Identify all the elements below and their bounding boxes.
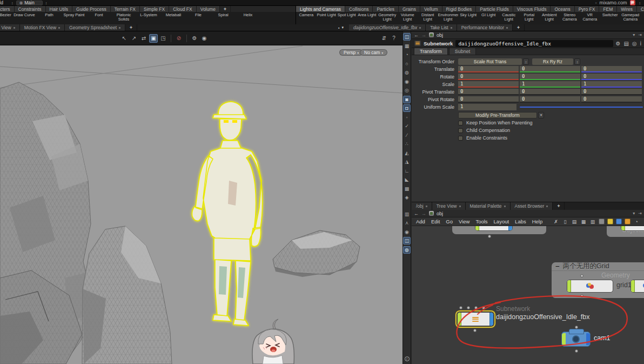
checkbox[interactable]	[458, 121, 463, 125]
param-field-x[interactable]: 0	[458, 74, 519, 80]
param-field-y[interactable]: 1	[520, 81, 580, 88]
shelf-tool[interactable]: Spiral	[211, 13, 236, 24]
node-grid2-partial[interactable]	[630, 280, 644, 293]
shelf-tab[interactable]: Crowds	[637, 6, 644, 12]
pane-tab[interactable]: Performance Monitor	[457, 24, 513, 31]
display-option-icon[interactable]: ◔	[403, 51, 411, 58]
viewport-canvas[interactable]	[0, 45, 403, 364]
node-partial[interactable]	[621, 226, 644, 231]
display-option-icon[interactable]: ◭	[403, 149, 411, 157]
shelf-tab[interactable]: +	[220, 6, 231, 12]
node-grid1[interactable]	[567, 280, 613, 293]
display-option-icon[interactable]: ∕	[403, 131, 411, 139]
shelf-tool[interactable]: VR Camera	[580, 13, 600, 24]
param-field-x[interactable]: 0	[458, 66, 519, 72]
display-option-icon[interactable]: ◮	[403, 158, 411, 166]
display-option-icon[interactable]: ◫	[403, 33, 411, 41]
pane-tab[interactable]: +	[125, 24, 137, 31]
shelf-tab[interactable]: Lights and Cameras	[296, 6, 345, 12]
shelf-tab[interactable]: Cloud FX	[169, 6, 196, 12]
node-input-dot[interactable]	[467, 306, 470, 309]
pane-tab[interactable]: Tree View	[432, 202, 466, 210]
site-label[interactable]: mixamo.com	[599, 0, 627, 5]
shelf-tab[interactable]: Terrain FX	[111, 6, 140, 12]
shelf-tool[interactable]: Spray Paint	[62, 13, 86, 24]
character-model[interactable]	[192, 102, 263, 326]
pin-icon[interactable]: ⇥	[638, 32, 642, 37]
node-camera[interactable]	[561, 332, 591, 347]
param-header-icon[interactable]: ⚙	[616, 41, 621, 47]
layout-selector[interactable]: ⊕ Main	[16, 1, 43, 5]
shelf-tool[interactable]: Caustic Light	[499, 13, 519, 24]
display-option-icon[interactable]: ∟	[403, 167, 411, 175]
display-option-icon[interactable]: ◍	[403, 246, 411, 254]
checkbox[interactable]	[458, 136, 463, 141]
param-field-x[interactable]: 0	[458, 89, 519, 95]
shelf-tool[interactable]: Point Light	[317, 13, 337, 24]
shelf-tool[interactable]: Geometry Light	[377, 13, 398, 24]
param-field-z[interactable]: 0	[581, 89, 642, 95]
shelf-tab[interactable]: Particle Fluids	[476, 6, 513, 12]
shelf-tool[interactable]: L-System	[136, 13, 161, 24]
display-option-icon[interactable]: ◣	[403, 176, 411, 183]
network-toolbar-chip-icon[interactable]	[616, 219, 622, 224]
desktop-stepper[interactable]: ↕	[10, 1, 15, 5]
rotate-order-select[interactable]: Rx Ry Rz	[532, 58, 573, 65]
chevron-down-icon[interactable]: ▾	[538, 112, 544, 118]
network-toolbar-chip-icon[interactable]	[625, 219, 630, 224]
menu-item[interactable]: View	[459, 219, 469, 224]
shelf-tool[interactable]: GI Light	[479, 13, 499, 24]
camera-select-button[interactable]: No cam ▾	[360, 49, 387, 56]
param-header-icon[interactable]: i	[640, 41, 641, 47]
shelf-tool[interactable]: Spot Light	[337, 13, 357, 24]
display-option-icon[interactable]: ▥	[403, 210, 411, 218]
shelf-tab[interactable]: Collisions	[345, 6, 373, 12]
chevron-down-icon[interactable]: ▾	[633, 32, 635, 37]
pane-tab[interactable]: Scene View	[0, 24, 20, 31]
pane-tab[interactable]: Geometry Spreadsheet	[65, 24, 125, 31]
display-option-icon[interactable]: ○	[403, 60, 411, 68]
node-input-dot[interactable]	[474, 306, 478, 309]
collapse-icon[interactable]: −	[555, 264, 560, 269]
shelf-tool[interactable]: Stereo Camera	[560, 13, 580, 24]
param-field-y[interactable]: 0	[520, 66, 580, 72]
menu-item[interactable]: Tools	[475, 219, 487, 224]
viewport-tool-icon[interactable]	[186, 35, 187, 42]
node-subnetwork[interactable]	[457, 312, 494, 326]
network-toolbar-icon[interactable]: ▤	[571, 219, 578, 225]
menu-item[interactable]: Go	[446, 219, 453, 224]
shelf-tool[interactable]: Curve Bezier	[0, 13, 12, 24]
forward-icon[interactable]: →	[421, 32, 426, 38]
param-field-x[interactable]: 0	[458, 96, 519, 103]
param-tab[interactable]: Transform	[414, 48, 448, 55]
shelf-tab[interactable]: Simple FX	[140, 6, 169, 12]
param-field-z[interactable]: 0	[581, 96, 642, 103]
node-output-dot[interactable]	[580, 294, 583, 297]
shelf-tab[interactable]: Grains	[399, 6, 420, 12]
node-input-dot[interactable]	[580, 274, 583, 277]
shelf-tab[interactable]: FEM	[599, 6, 617, 12]
param-field-y[interactable]: 0	[520, 74, 580, 80]
viewport-tool-icon[interactable]: ◳	[159, 34, 167, 43]
menu-item[interactable]: Add	[416, 219, 425, 224]
param-field-z[interactable]: 0	[581, 74, 642, 80]
viewport-help-icon[interactable]: ?	[390, 34, 398, 43]
uniform-scale-field[interactable]: 1	[458, 104, 516, 110]
shelf-tool[interactable]: Path	[37, 13, 62, 24]
top-right-stepper[interactable]: ↕	[638, 1, 642, 5]
chevron-down-icon[interactable]: ▾	[633, 211, 635, 216]
param-field-z[interactable]: 0	[581, 66, 642, 72]
info-icon[interactable]: i	[403, 355, 411, 363]
network-canvas[interactable]: Objects − 两个无用的Grid Geometry	[412, 226, 644, 364]
shelf-tab[interactable]: Volume	[197, 6, 220, 12]
display-option-icon[interactable]: ◍	[403, 69, 411, 76]
pane-tab[interactable]: Motion FX View	[20, 24, 65, 31]
display-option-icon[interactable]: ◎	[403, 87, 411, 94]
node-name-label[interactable]: grid1	[616, 281, 632, 289]
network-toolbar-icon[interactable]: ✗	[553, 219, 559, 225]
shelf-tool[interactable]: Distant Light	[418, 13, 438, 24]
shelf-tab[interactable]: Hair Utils	[46, 6, 72, 12]
viewport-tool-icon[interactable]: ⇄	[139, 34, 148, 43]
display-option-icon[interactable]: ▦	[403, 42, 411, 50]
param-header-icon[interactable]: ▤	[624, 41, 629, 47]
